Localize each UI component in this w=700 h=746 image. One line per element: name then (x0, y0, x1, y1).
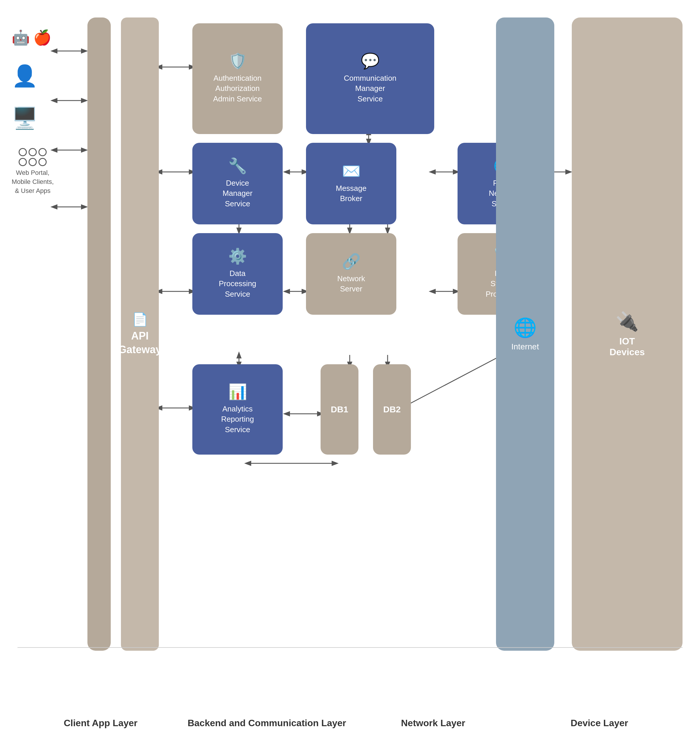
device-layer-label: Device Layer (516, 718, 683, 728)
app-dot (19, 158, 27, 166)
network-layer-label: Network Layer (350, 718, 516, 728)
iot-bar: 🔌 IOTDevices (572, 18, 682, 651)
diagram-area: 🤖 🍎 👤 🖥️ Web Port (0, 0, 700, 709)
api-gateway-label: APIGateway (118, 329, 161, 357)
comm-label: CommunicationManagerService (344, 73, 397, 104)
client-layer-label: Client App Layer (18, 718, 184, 728)
message-label: MessageBroker (336, 183, 367, 204)
ns-label: NetworkServer (337, 274, 365, 294)
analytics-label: AnalyticsReportingService (221, 404, 254, 435)
monitor-icon: 🖥️ (12, 106, 38, 131)
data-processing-box: ⚙️ DataProcessingService (192, 233, 283, 315)
dp-icon: ⚙️ (228, 248, 247, 264)
internet-bar: 🌐 Internet (496, 18, 554, 651)
layer-labels: Client App Layer Backend and Communicati… (0, 709, 700, 746)
apps-group: Web Portal,Mobile Clients,& User Apps (12, 148, 54, 195)
network-server-box: 🔗 NetworkServer (306, 233, 396, 315)
db1-label: DB1 (331, 405, 348, 414)
device-label: DeviceManagerService (223, 178, 253, 209)
api-icon: 📄 (132, 312, 148, 327)
person-client-row: 👤 (12, 63, 54, 88)
message-broker-box: ✉️ MessageBroker (306, 143, 396, 224)
auth-label: AuthenticationAuthorizationAdmin Service (213, 73, 262, 104)
internet-label: Internet (512, 342, 539, 352)
divider-line (18, 647, 682, 648)
db1-box: DB1 (321, 364, 358, 454)
analytics-box: 📊 AnalyticsReportingService (192, 364, 283, 454)
comm-icon: 💬 (361, 53, 380, 68)
device-icon: 🔧 (228, 158, 247, 173)
client-column: 🤖 🍎 👤 🖥️ Web Port (12, 29, 54, 195)
backend-layer-label: Backend and Communication Layer (184, 718, 350, 728)
apps-label: Web Portal,Mobile Clients,& User Apps (12, 168, 54, 195)
monitor-client-row: 🖥️ (12, 106, 54, 131)
analytics-icon: 📊 (228, 384, 247, 399)
internet-icon: 🌐 (513, 317, 537, 338)
android-icon: 🤖 (12, 29, 30, 46)
db2-box: DB2 (373, 364, 411, 454)
app-dot (19, 148, 27, 156)
message-icon: ✉️ (342, 164, 361, 179)
device-box: 🔧 DeviceManagerService (192, 143, 283, 224)
iot-label: IOTDevices (610, 336, 645, 358)
mobile-client-row: 🤖 🍎 (12, 29, 54, 46)
app-dot (38, 158, 47, 166)
auth-box: 🛡️ AuthenticationAuthorizationAdmin Serv… (192, 23, 283, 134)
iot-icon: 🔌 (616, 311, 639, 332)
ns-icon: 🔗 (342, 254, 361, 269)
apple-icon: 🍎 (33, 29, 51, 46)
comm-box: 💬 CommunicationManagerService (306, 23, 434, 134)
main-container: 🤖 🍎 👤 🖥️ Web Port (0, 0, 700, 746)
api-gateway-bar: 📄 APIGateway (121, 18, 159, 651)
app-dot (29, 158, 37, 166)
auth-icon: 🛡️ (228, 53, 247, 68)
db2-label: DB2 (383, 405, 401, 414)
left-vbar (87, 18, 111, 651)
person-icon: 👤 (12, 63, 38, 88)
dp-label: DataProcessingService (219, 268, 256, 299)
app-dot (29, 148, 37, 156)
app-dot (38, 148, 47, 156)
